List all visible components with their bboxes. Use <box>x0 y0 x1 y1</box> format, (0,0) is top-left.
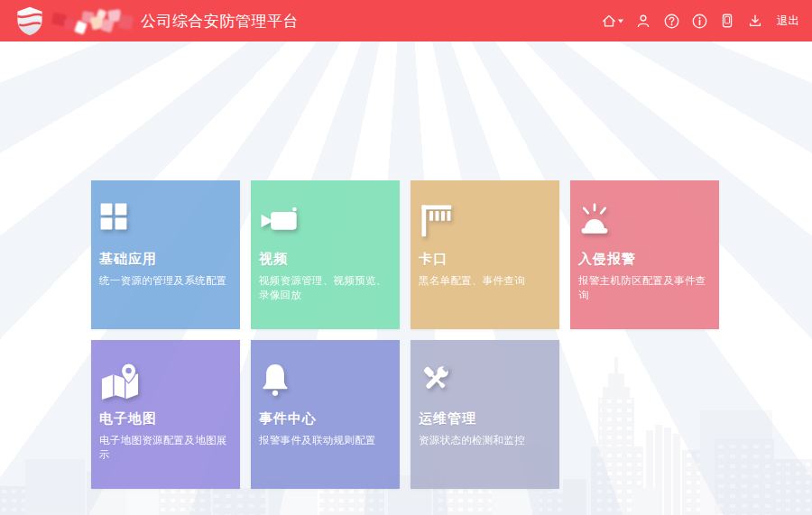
user-button[interactable] <box>633 11 653 31</box>
siren-icon-wrap <box>578 202 611 236</box>
card-ops-management[interactable]: 运维管理 资源状态的检测和监控 <box>411 340 559 489</box>
card-description: 统一资源的管理及系统配置 <box>99 274 236 289</box>
map-icon-wrap <box>99 362 141 400</box>
help-icon <box>663 13 680 30</box>
company-logo-mosaic <box>52 5 135 36</box>
shield-logo-icon <box>14 5 45 36</box>
video-camera-icon <box>259 206 300 235</box>
card-intrusion-alarm[interactable]: 入侵报警 报警主机防区配置及事件查询 <box>570 180 719 329</box>
app-logo <box>14 5 45 36</box>
bell-icon <box>259 362 291 398</box>
card-title: 视频 <box>259 251 288 268</box>
card-grid: 基础应用 统一资源的管理及系统配置 视频 视频资源管理、视频预览、录像回放 卡口… <box>91 180 719 489</box>
card-title: 事件中心 <box>259 410 317 428</box>
card-checkpoint[interactable]: 卡口 黑名单配置、事件查询 <box>411 180 559 329</box>
card-title: 运维管理 <box>419 410 476 428</box>
card-description: 视频资源管理、视频预览、录像回放 <box>259 274 396 302</box>
card-title: 入侵报警 <box>578 251 636 268</box>
grid-icon-wrap <box>99 202 128 231</box>
map-pin-icon <box>99 362 141 400</box>
caret-down-icon <box>617 17 624 24</box>
help-button[interactable] <box>661 11 681 31</box>
card-description: 报警事件及联动规则配置 <box>259 434 396 448</box>
barrier-icon-wrap <box>419 202 453 238</box>
download-button[interactable] <box>745 11 765 31</box>
home-icon <box>601 13 617 29</box>
camera-icon-wrap <box>259 202 300 235</box>
home-menu-button[interactable] <box>600 11 625 31</box>
header-actions: 退出 <box>600 11 799 31</box>
card-title: 基础应用 <box>99 251 157 268</box>
bell-icon-wrap <box>259 362 291 398</box>
card-description: 资源状态的检测和监控 <box>419 434 556 448</box>
device-button[interactable] <box>717 11 737 31</box>
page-title: 公司综合安防管理平台 <box>141 11 299 32</box>
card-video[interactable]: 视频 视频资源管理、视频预览、录像回放 <box>251 180 400 329</box>
card-title: 卡口 <box>419 251 448 268</box>
tools-icon-wrap <box>419 362 453 396</box>
card-e-map[interactable]: 电子地图 电子地图资源配置及地图展示 <box>91 340 240 489</box>
logout-button[interactable]: 退出 <box>777 14 799 29</box>
card-event-center[interactable]: 事件中心 报警事件及联动规则配置 <box>251 340 400 489</box>
barrier-gate-icon <box>419 202 453 238</box>
card-description: 黑名单配置、事件查询 <box>419 274 556 289</box>
wrench-screwdriver-icon <box>419 362 453 396</box>
card-description: 电子地图资源配置及地图展示 <box>99 434 236 462</box>
download-icon <box>747 13 763 29</box>
info-button[interactable] <box>689 11 709 31</box>
alarm-siren-icon <box>578 202 611 236</box>
card-description: 报警主机防区配置及事件查询 <box>578 274 715 302</box>
device-icon <box>719 13 735 29</box>
info-icon <box>691 13 708 30</box>
card-basic-app[interactable]: 基础应用 统一资源的管理及系统配置 <box>91 180 240 329</box>
top-bar: 公司综合安防管理平台 <box>0 0 812 41</box>
grid-icon <box>99 202 128 231</box>
user-icon <box>635 13 651 29</box>
card-title: 电子地图 <box>99 410 157 428</box>
